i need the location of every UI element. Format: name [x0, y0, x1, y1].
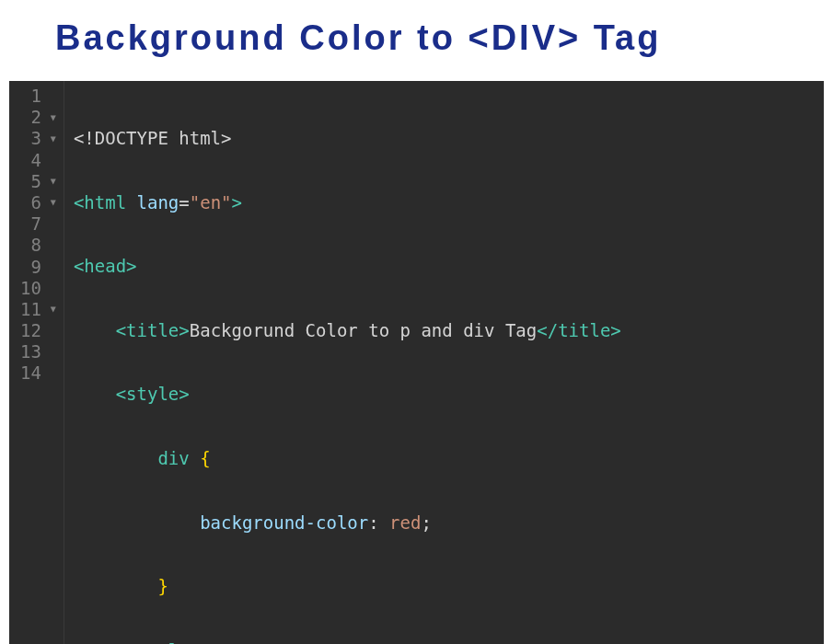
- code-line: }: [74, 576, 621, 597]
- page-title: Background Color to <DIV> Tag: [0, 0, 833, 81]
- code-line: div {: [74, 448, 621, 469]
- fold-arrow-icon[interactable]: ▼: [47, 176, 56, 187]
- line-number: 1: [30, 86, 40, 107]
- line-number: 12: [20, 320, 41, 341]
- code-line: <title>Backgorund Color to p and div Tag…: [74, 320, 621, 341]
- line-number: 13: [20, 341, 41, 362]
- line-number: 3: [30, 128, 40, 149]
- line-number: 5: [30, 171, 40, 192]
- code-line: <!DOCTYPE html>: [74, 128, 621, 149]
- fold-arrow-icon[interactable]: ▼: [47, 197, 56, 208]
- code-line: <style>: [74, 384, 621, 405]
- fold-arrow-icon[interactable]: ▼: [47, 112, 56, 123]
- line-number: 6: [30, 192, 40, 213]
- fold-arrow-icon[interactable]: ▼: [47, 133, 56, 144]
- line-gutter: 1 2▼ 3▼ 4 5▼ 6▼ 7 8 9 10 11▼ 12 13 14: [9, 81, 64, 644]
- code-line: <html lang="en">: [74, 192, 621, 213]
- line-number: 10: [20, 278, 41, 299]
- code-editor[interactable]: 1 2▼ 3▼ 4 5▼ 6▼ 7 8 9 10 11▼ 12 13 14 <!…: [9, 81, 824, 644]
- code-line: <head>: [74, 256, 621, 277]
- code-line: background-color: red;: [74, 512, 621, 534]
- line-number: 11: [20, 299, 41, 320]
- line-number: 14: [20, 362, 41, 384]
- code-content[interactable]: <!DOCTYPE html> <html lang="en"> <head> …: [64, 81, 621, 644]
- line-number: 7: [30, 213, 40, 235]
- line-number: 4: [30, 150, 40, 171]
- code-line: </style>: [74, 640, 621, 644]
- line-number: 8: [30, 235, 40, 256]
- line-number: 9: [30, 257, 40, 278]
- fold-arrow-icon[interactable]: ▼: [47, 304, 56, 315]
- line-number: 2: [30, 107, 40, 128]
